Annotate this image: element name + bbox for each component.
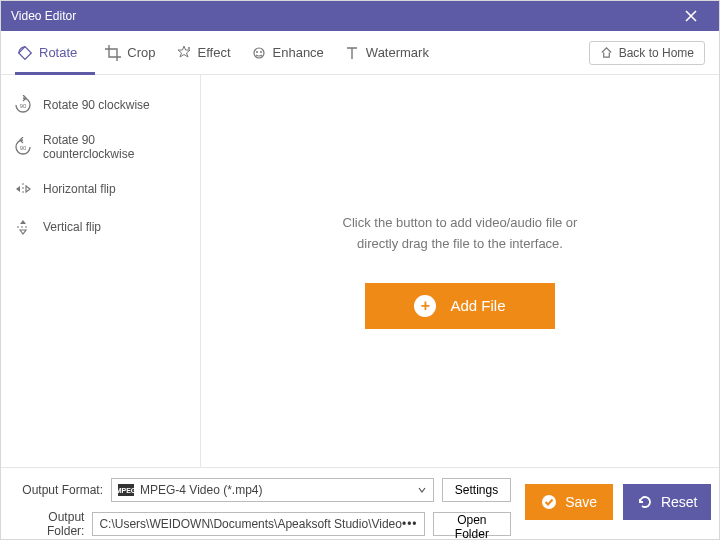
- tab-watermark[interactable]: Watermark: [334, 31, 439, 74]
- sidebar-rotate-ccw-label: Rotate 90 counterclockwise: [43, 133, 188, 161]
- tab-watermark-label: Watermark: [366, 45, 429, 60]
- crop-icon: [105, 45, 121, 61]
- sidebar-item-hflip[interactable]: Horizontal flip: [11, 173, 190, 205]
- output-folder-value: C:\Users\WEIDOWN\Documents\Apeaksoft Stu…: [99, 517, 402, 531]
- titlebar: Video Editor: [1, 1, 719, 31]
- output-folder-row: Output Folder: C:\Users\WEIDOWN\Document…: [15, 510, 511, 538]
- home-icon: [600, 46, 613, 59]
- add-file-button[interactable]: + Add File: [365, 283, 555, 329]
- output-format-select[interactable]: MPEG MPEG-4 Video (*.mp4): [111, 478, 434, 502]
- format-badge-icon: MPEG: [118, 484, 134, 496]
- toolbar: Rotate Crop Effect Enhance Watermark Bac…: [1, 31, 719, 75]
- add-file-label: Add File: [450, 297, 505, 314]
- main-area: 90 Rotate 90 clockwise 90 Rotate 90 coun…: [1, 75, 719, 467]
- center-dropzone[interactable]: Click the button to add video/audio file…: [201, 75, 719, 467]
- tab-rotate[interactable]: Rotate: [15, 31, 95, 74]
- back-to-home-label: Back to Home: [619, 46, 694, 60]
- sidebar-vflip-label: Vertical flip: [43, 220, 101, 234]
- sidebar: 90 Rotate 90 clockwise 90 Rotate 90 coun…: [1, 75, 201, 467]
- svg-text:90: 90: [20, 103, 27, 109]
- output-format-value: MPEG-4 Video (*.mp4): [140, 483, 263, 497]
- svg-point-4: [260, 51, 262, 53]
- enhance-icon: [251, 45, 267, 61]
- svg-point-3: [256, 51, 258, 53]
- dropzone-message: Click the button to add video/audio file…: [343, 213, 578, 255]
- reset-label: Reset: [661, 494, 698, 510]
- svg-text:MPEG: MPEG: [118, 487, 134, 494]
- dropzone-line1: Click the button to add video/audio file…: [343, 213, 578, 234]
- hflip-icon: [13, 179, 33, 199]
- effect-icon: [176, 45, 192, 61]
- reset-icon: [637, 494, 653, 510]
- sidebar-item-rotate-cw[interactable]: 90 Rotate 90 clockwise: [11, 89, 190, 121]
- watermark-icon: [344, 45, 360, 61]
- sidebar-hflip-label: Horizontal flip: [43, 182, 116, 196]
- sidebar-item-rotate-ccw[interactable]: 90 Rotate 90 counterclockwise: [11, 127, 190, 167]
- tab-crop-label: Crop: [127, 45, 155, 60]
- close-icon[interactable]: [685, 10, 709, 22]
- dropzone-line2: directly drag the file to the interface.: [343, 234, 578, 255]
- back-to-home-button[interactable]: Back to Home: [589, 41, 705, 65]
- browse-folder-button[interactable]: •••: [402, 517, 418, 531]
- tab-enhance-label: Enhance: [273, 45, 324, 60]
- chevron-down-icon: [417, 485, 427, 495]
- tab-rotate-label: Rotate: [39, 45, 77, 60]
- window-title: Video Editor: [11, 9, 76, 23]
- svg-point-1: [188, 47, 190, 49]
- output-folder-label: Output Folder:: [15, 510, 84, 538]
- rotate-cw-icon: 90: [13, 95, 33, 115]
- tab-effect[interactable]: Effect: [166, 31, 241, 74]
- tab-effect-label: Effect: [198, 45, 231, 60]
- open-folder-button[interactable]: Open Folder: [433, 512, 512, 536]
- check-circle-icon: [541, 494, 557, 510]
- output-folder-input[interactable]: C:\Users\WEIDOWN\Documents\Apeaksoft Stu…: [92, 512, 424, 536]
- settings-button[interactable]: Settings: [442, 478, 511, 502]
- svg-text:90: 90: [20, 145, 27, 151]
- save-label: Save: [565, 494, 597, 510]
- sidebar-rotate-cw-label: Rotate 90 clockwise: [43, 98, 150, 112]
- sidebar-item-vflip[interactable]: Vertical flip: [11, 211, 190, 243]
- rotate-icon: [17, 45, 33, 61]
- plus-icon: +: [414, 295, 436, 317]
- output-format-label: Output Format:: [15, 483, 103, 497]
- save-button[interactable]: Save: [525, 484, 613, 520]
- reset-button[interactable]: Reset: [623, 484, 711, 520]
- bottom-panel: Output Format: MPEG MPEG-4 Video (*.mp4)…: [1, 467, 719, 540]
- tab-enhance[interactable]: Enhance: [241, 31, 334, 74]
- output-format-row: Output Format: MPEG MPEG-4 Video (*.mp4)…: [15, 478, 511, 502]
- vflip-icon: [13, 217, 33, 237]
- rotate-ccw-icon: 90: [13, 137, 33, 157]
- tab-crop[interactable]: Crop: [95, 31, 165, 74]
